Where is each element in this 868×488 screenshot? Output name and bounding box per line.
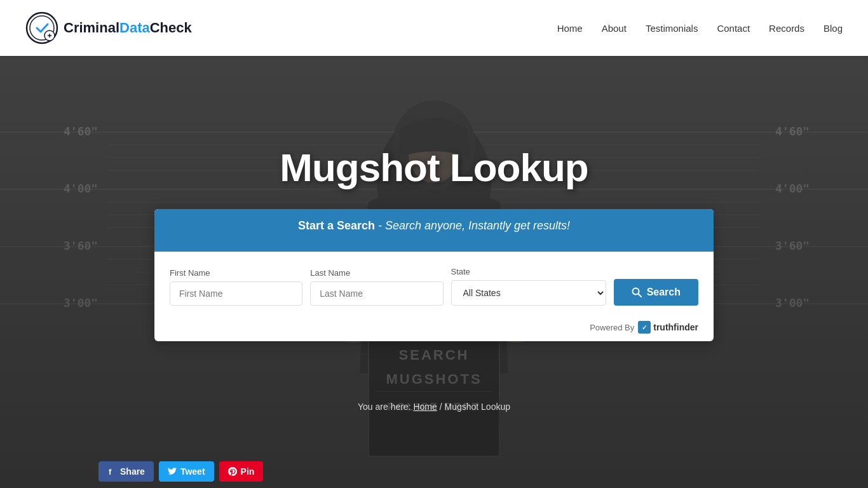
- svg-text:f: f: [109, 467, 112, 476]
- nav-records[interactable]: Records: [769, 23, 804, 34]
- search-header-bold: Start a Search: [298, 219, 375, 232]
- hero-section: 4'60" 4'00" 3'60" 3'00" 4'60" 4'00" 3'60…: [0, 56, 868, 488]
- logo-text: CriminalDataCheck: [64, 20, 192, 36]
- breadcrumb: You are here: Home / Mugshot Lookup: [358, 402, 510, 412]
- main-nav: Home About Testimonials Contact Records …: [557, 23, 843, 34]
- nav-home[interactable]: Home: [557, 23, 583, 34]
- nav-blog[interactable]: Blog: [824, 23, 843, 34]
- logo[interactable]: CriminalDataCheck: [25, 11, 192, 44]
- search-form: First Name Last Name State All States Al…: [154, 252, 714, 316]
- search-header-italic: - Search anyone, Instantly get results!: [375, 219, 570, 232]
- search-box: Start a Search - Search anyone, Instantl…: [154, 209, 714, 341]
- first-name-label: First Name: [170, 268, 302, 278]
- form-row: First Name Last Name State All States Al…: [170, 267, 698, 306]
- nav-contact[interactable]: Contact: [717, 23, 750, 34]
- header: CriminalDataCheck Home About Testimonial…: [0, 0, 868, 56]
- twitter-icon: [168, 467, 177, 476]
- powered-by: Powered By ✓ truthfinder: [154, 316, 714, 341]
- search-icon: [632, 287, 642, 297]
- header-arrow: [425, 243, 443, 252]
- last-name-group: Last Name: [310, 268, 443, 306]
- social-bar: f Share Tweet Pin: [98, 461, 263, 482]
- nav-about[interactable]: About: [602, 23, 627, 34]
- hero-content: Mugshot Lookup Start a Search - Search a…: [0, 56, 868, 488]
- pin-button[interactable]: Pin: [219, 461, 264, 482]
- truthfinder-text: truthfinder: [653, 322, 698, 332]
- nav-testimonials[interactable]: Testimonials: [646, 23, 698, 34]
- truthfinder-icon: ✓: [638, 321, 651, 334]
- tweet-button[interactable]: Tweet: [159, 461, 214, 482]
- truthfinder-logo: ✓ truthfinder: [638, 321, 698, 334]
- first-name-group: First Name: [170, 268, 302, 306]
- search-button[interactable]: Search: [614, 279, 698, 306]
- breadcrumb-home[interactable]: Home: [413, 402, 437, 412]
- state-label: State: [451, 267, 606, 276]
- state-select[interactable]: All States AlabamaAlaskaArizonaArkansas …: [451, 280, 606, 306]
- first-name-input[interactable]: [170, 281, 302, 306]
- search-box-header: Start a Search - Search anyone, Instantl…: [154, 209, 714, 252]
- pinterest-icon: [228, 467, 237, 476]
- powered-by-text: Powered By: [590, 323, 634, 332]
- share-button[interactable]: f Share: [98, 461, 154, 482]
- svg-line-38: [638, 294, 641, 297]
- logo-icon: [25, 11, 58, 44]
- hero-title: Mugshot Lookup: [280, 145, 588, 190]
- state-group: State All States AlabamaAlaskaArizonaArk…: [451, 267, 606, 306]
- facebook-icon: f: [107, 467, 116, 476]
- last-name-input[interactable]: [310, 281, 443, 306]
- last-name-label: Last Name: [310, 268, 443, 278]
